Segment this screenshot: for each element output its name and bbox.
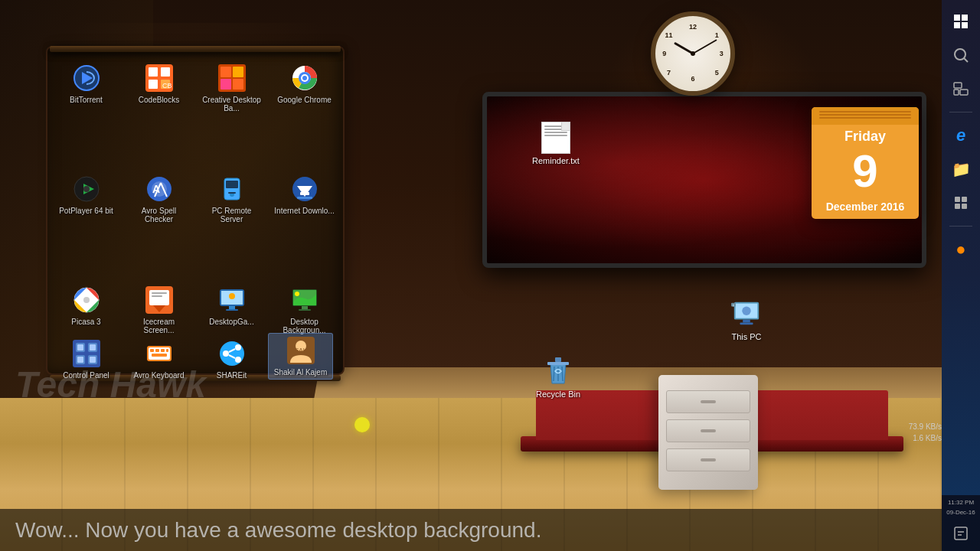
shelf-icon-icecream[interactable]: Icecream Screen... xyxy=(126,283,191,337)
calendar-date: 9 xyxy=(812,145,919,198)
svg-rect-95 xyxy=(962,197,967,202)
svg-text:SAK: SAK xyxy=(295,347,308,354)
svg-rect-10 xyxy=(220,79,231,90)
svg-rect-55 xyxy=(77,357,83,363)
svg-rect-59 xyxy=(150,349,154,352)
svg-rect-8 xyxy=(220,67,231,77)
shelf-label-pc-remote: PC Remote Server xyxy=(201,207,262,223)
taskbar-divider-2 xyxy=(949,226,972,227)
tray-time: 11:32 PM xyxy=(948,499,974,507)
bookshelf: BitTorrent CB CodeBlocks xyxy=(46,46,345,375)
svg-rect-85 xyxy=(954,15,960,21)
shelf-label-avro-spell: Avro Spell Checker xyxy=(129,207,189,223)
shelf-label-control-panel: Control Panel xyxy=(63,371,109,380)
shelf-icon-creative-desktop[interactable]: Creative Desktop Ba... xyxy=(199,61,264,115)
shelf-icon-potplayer[interactable]: PotPlayer 64 bit xyxy=(54,172,119,217)
svg-rect-47 xyxy=(299,309,311,311)
svg-line-90 xyxy=(964,58,968,62)
taskbar-windows-button[interactable] xyxy=(947,8,975,35)
taskbar-notification-button[interactable] xyxy=(947,520,975,547)
taskbar-taskview-button[interactable] xyxy=(947,75,975,103)
subtitle-text: Wow... Now you have a awesome desktop ba… xyxy=(15,518,541,543)
recycle-bin-label: Recycle Bin xyxy=(536,390,580,399)
clock-num-3: 3 xyxy=(720,50,724,57)
system-tray: 11:32 PM 09-Dec-16 xyxy=(942,495,980,551)
svg-rect-40 xyxy=(229,306,235,309)
svg-point-77 xyxy=(742,306,750,315)
svg-point-89 xyxy=(955,49,965,60)
svg-rect-28 xyxy=(300,192,309,195)
taskbar-store-button[interactable] xyxy=(947,189,975,217)
svg-rect-56 xyxy=(90,357,96,363)
svg-rect-62 xyxy=(166,349,168,352)
svg-rect-11 xyxy=(233,79,243,90)
shelf-icon-codeblocks[interactable]: CB CodeBlocks xyxy=(126,61,191,106)
svg-rect-75 xyxy=(743,320,750,323)
shelf-board-3 xyxy=(50,46,341,52)
shelf-icon-control-panel[interactable]: Control Panel xyxy=(54,337,119,382)
svg-rect-60 xyxy=(155,349,159,352)
svg-point-42 xyxy=(229,293,235,299)
desktop-icon-reminder[interactable]: Reminder.txt xyxy=(528,119,583,169)
svg-rect-97 xyxy=(962,204,967,209)
clock-num-1: 1 xyxy=(715,31,719,39)
shelf-label-desktop-bg: Desktop Backgroun... xyxy=(274,318,335,334)
shelf-icon-avro-spell[interactable]: A Avro Spell Checker xyxy=(126,172,191,226)
reminder-label: Reminder.txt xyxy=(532,156,580,165)
shelf-icon-desktop-bg[interactable]: Desktop Backgroun... xyxy=(272,283,337,337)
shelf-label-icecream: Icecream Screen... xyxy=(129,318,189,334)
shelf-label-potplayer: PotPlayer 64 bit xyxy=(59,207,113,215)
wall-clock: 12 1 3 5 6 7 9 11 xyxy=(651,11,735,96)
svg-point-66 xyxy=(235,344,241,350)
cabinet-drawer-1 xyxy=(666,390,750,413)
shelf-label-creative: Creative Desktop Ba... xyxy=(201,96,262,112)
svg-rect-86 xyxy=(962,15,968,21)
taskbar-search-button[interactable] xyxy=(947,41,975,69)
shelf-icon-desktopga[interactable]: DesktopGa... xyxy=(199,283,264,328)
taskbar-folder-button[interactable]: 📁 xyxy=(947,155,975,183)
shelf-icon-shareit[interactable]: SHAREit xyxy=(199,337,264,382)
svg-point-32 xyxy=(83,297,90,303)
svg-rect-25 xyxy=(228,192,236,194)
shelf-icon-bittorrent[interactable]: BitTorrent xyxy=(54,61,119,106)
shelf-icon-avro-keyboard[interactable]: Avro Keyboard xyxy=(126,337,191,382)
shelf-label-internet-dl: Internet Downlo... xyxy=(274,207,334,215)
shelf-icon-shakil[interactable]: SAK Shakil Al Kajem xyxy=(268,333,333,380)
taskbar-ie-button[interactable]: e xyxy=(947,122,975,149)
svg-point-15 xyxy=(302,76,307,80)
svg-rect-41 xyxy=(226,309,238,311)
shelf-label-picasa: Picasa 3 xyxy=(71,318,100,326)
svg-point-67 xyxy=(235,357,241,363)
svg-rect-93 xyxy=(954,90,959,95)
svg-rect-54 xyxy=(90,344,96,350)
calendar-header xyxy=(812,107,919,125)
svg-rect-36 xyxy=(152,292,167,294)
svg-rect-96 xyxy=(955,204,960,209)
shelf-label-codeblocks: CodeBlocks xyxy=(139,96,179,104)
shelf-icon-google-chrome[interactable]: Google Chrome xyxy=(272,61,337,106)
txt-icon xyxy=(541,122,570,154)
svg-point-45 xyxy=(295,292,299,296)
shelf-label-avro-keyboard: Avro Keyboard xyxy=(134,371,185,380)
calendar-spiral xyxy=(819,111,911,119)
clock-num-6: 6 xyxy=(691,75,694,83)
desktop-icon-this-pc[interactable]: This PC xyxy=(727,295,766,345)
shelf-label-shareit: SHAREit xyxy=(217,371,247,380)
svg-rect-53 xyxy=(77,344,83,350)
svg-rect-92 xyxy=(960,90,968,95)
svg-rect-79 xyxy=(733,305,734,307)
clock-minute-hand xyxy=(693,39,717,54)
desktop: BitTorrent CB CodeBlocks xyxy=(0,0,980,551)
shelf-icon-internet-dl[interactable]: Internet Downlo... xyxy=(272,172,337,217)
svg-rect-37 xyxy=(152,295,162,297)
calendar-widget: Friday 9 December 2016 xyxy=(812,107,919,219)
shelf-icon-picasa[interactable]: Picasa 3 xyxy=(54,283,119,328)
clock-num-7: 7 xyxy=(667,69,671,77)
shelf-icon-pc-remote[interactable]: PC Remote Server xyxy=(199,172,264,226)
svg-rect-2 xyxy=(149,67,158,77)
svg-rect-94 xyxy=(955,197,960,202)
taskbar-orange-icon[interactable]: ● xyxy=(947,236,975,263)
desktop-icon-recycle-bin[interactable]: Recycle Bin xyxy=(532,352,584,403)
speed-info: 73.9 KB/s 1.6 KB/s xyxy=(909,421,942,444)
svg-rect-76 xyxy=(740,322,753,324)
